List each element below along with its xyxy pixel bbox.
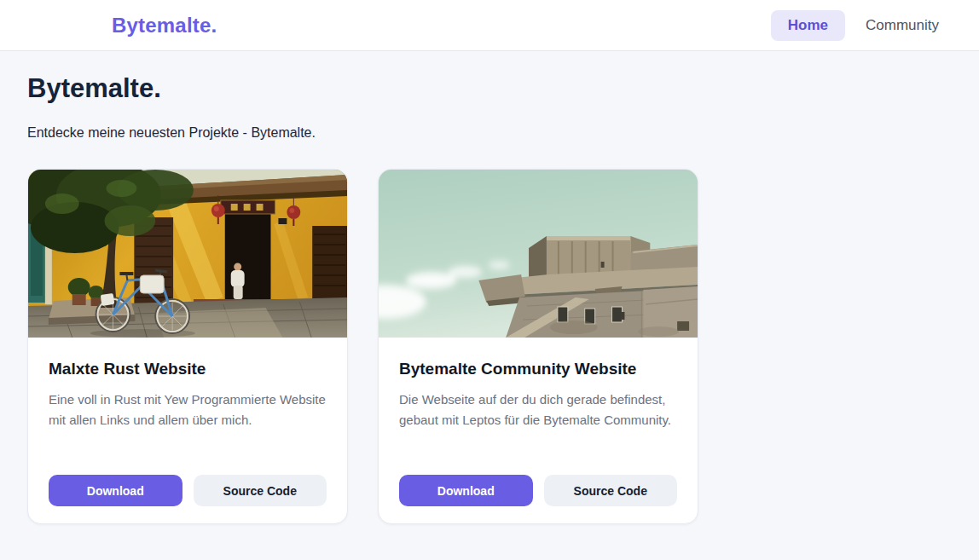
card-body: Malxte Rust Website Eine voll in Rust mi…: [28, 338, 347, 523]
site-logo[interactable]: Bytemalte.: [112, 14, 217, 38]
page-title: Bytemalte.: [27, 74, 952, 103]
card-buttons-row: Download Source Code: [49, 475, 327, 506]
card-description: Die Webseite auf der du dich gerade befi…: [399, 390, 677, 430]
source-code-button[interactable]: Source Code: [194, 475, 327, 506]
project-card-malxte-rust: Malxte Rust Website Eine voll in Rust mi…: [27, 169, 348, 524]
source-code-button[interactable]: Source Code: [544, 475, 678, 506]
card-buttons-row: Download Source Code: [399, 475, 677, 506]
project-card-community: Bytemalte Community Website Die Webseite…: [378, 169, 698, 524]
card-title: Bytemalte Community Website: [399, 360, 677, 378]
project-photo-brutalist-building: [379, 170, 698, 338]
download-button[interactable]: Download: [49, 475, 182, 506]
download-button[interactable]: Download: [399, 475, 533, 506]
card-description: Eine voll in Rust mit Yew Programmierte …: [49, 390, 327, 430]
card-title: Malxte Rust Website: [49, 360, 327, 378]
main-nav: Home Community: [771, 10, 951, 41]
main-content: Bytemalte. Entdecke meine neuesten Proje…: [0, 51, 979, 524]
top-navbar: Bytemalte. Home Community: [0, 0, 979, 51]
nav-item-community[interactable]: Community: [854, 10, 951, 41]
nav-item-home[interactable]: Home: [771, 10, 845, 41]
project-photo-hoi-an: [28, 170, 347, 338]
project-cards-row: Malxte Rust Website Eine voll in Rust mi…: [27, 169, 952, 524]
page-subtitle: Entdecke meine neuesten Projekte - Bytem…: [27, 125, 952, 141]
card-body: Bytemalte Community Website Die Webseite…: [379, 338, 698, 523]
